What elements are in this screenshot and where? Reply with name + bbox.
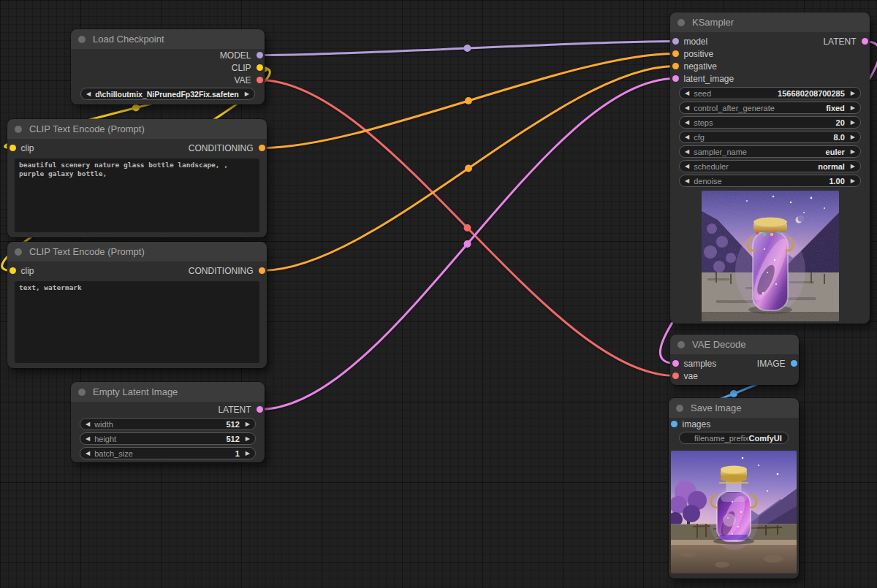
output-port-conditioning[interactable] [259, 145, 265, 151]
input-port-images[interactable] [671, 421, 677, 427]
increment-arrow-icon[interactable]: ▶ [246, 451, 250, 457]
next-arrow-icon[interactable]: ▶ [245, 91, 249, 97]
widget-denoise[interactable]: ◀denoise1.00▶ [679, 175, 861, 187]
widget-label: cfg [694, 133, 705, 142]
node-titlebar[interactable]: Empty Latent Image [71, 382, 265, 402]
node-titlebar[interactable]: Save Image [669, 398, 799, 418]
increment-arrow-icon[interactable]: ▶ [246, 421, 250, 427]
node-vae-decode[interactable]: VAE Decode samples IMAGE vae [670, 335, 799, 385]
input-port-samples[interactable] [672, 360, 679, 367]
ckpt-name-widget[interactable]: ◀ d\chilloutmix_NiPrunedFp32Fix.safetens… [80, 88, 255, 100]
input-label-clip: clip [21, 266, 34, 276]
decrement-arrow-icon[interactable]: ◀ [86, 451, 90, 457]
input-label-images: images [683, 419, 711, 429]
output-label-conditioning: CONDITIONING [189, 143, 254, 153]
prompt-textarea[interactable]: text, watermark [15, 281, 259, 363]
node-titlebar[interactable]: CLIP Text Encode (Prompt) [7, 242, 267, 261]
node-titlebar[interactable]: CLIP Text Encode (Prompt) [7, 119, 267, 139]
widget-value: 1.00 [823, 177, 844, 186]
output-port-clip[interactable] [257, 64, 263, 71]
input-port-clip[interactable] [10, 267, 16, 274]
output-port-image[interactable] [791, 360, 797, 367]
increment-arrow-icon[interactable]: ▶ [851, 120, 855, 126]
decrement-arrow-icon[interactable]: ◀ [685, 134, 689, 140]
widget-height[interactable]: ◀ height 512 ▶ [80, 432, 256, 445]
output-port-conditioning[interactable] [259, 267, 265, 274]
output-label-vae: VAE [234, 75, 251, 85]
widget-value: fixed [820, 104, 845, 112]
widget-cfg[interactable]: ◀cfg8.0▶ [679, 131, 861, 143]
widget-seed[interactable]: ◀seed156680208700285▶ [679, 87, 861, 99]
node-load-checkpoint[interactable]: Load Checkpoint MODEL CLIP VAE ◀ d\chill… [71, 29, 265, 104]
decrement-arrow-icon[interactable]: ◀ [86, 436, 90, 442]
output-label-model: MODEL [220, 50, 251, 61]
widget-scheduler[interactable]: ◀schedulernormal▶ [679, 160, 861, 172]
node-ksampler[interactable]: KSampler model LATENT positive negative … [670, 12, 870, 324]
collapse-dot[interactable] [15, 248, 22, 256]
output-port-model[interactable] [257, 52, 263, 58]
input-label-model: model [684, 37, 708, 47]
input-port-negative[interactable] [672, 63, 679, 69]
link-midpoint-dot-empty-latent [464, 240, 471, 248]
input-label-clip: clip [21, 143, 34, 153]
node-empty-latent-image[interactable]: Empty Latent Image LATENT ◀ width 512 ▶ … [71, 382, 265, 462]
output-port-vae[interactable] [257, 77, 263, 83]
collapse-dot[interactable] [676, 405, 683, 412]
node-titlebar[interactable]: VAE Decode [670, 335, 799, 354]
decrement-arrow-icon[interactable]: ◀ [685, 91, 689, 96]
input-label-samples: samples [684, 359, 717, 369]
node-title: Empty Latent Image [93, 386, 178, 397]
next-arrow-icon[interactable]: ▶ [851, 105, 855, 111]
widget-batch-size[interactable]: ◀ batch_size 1 ▶ [80, 447, 256, 459]
prev-arrow-icon[interactable]: ◀ [685, 105, 689, 111]
collapse-dot[interactable] [78, 389, 86, 396]
input-label-latent-image: latent_image [684, 74, 734, 84]
widget-control-after-generate[interactable]: ◀control_after_generatefixed▶ [679, 102, 861, 114]
node-canvas[interactable]: Load Checkpoint MODEL CLIP VAE ◀ d\chill… [0, 0, 877, 588]
widget-steps[interactable]: ◀steps20▶ [679, 116, 861, 129]
increment-arrow-icon[interactable]: ▶ [851, 178, 855, 184]
output-label-clip: CLIP [232, 63, 251, 73]
link-midpoint-dot-positive-conditioning [465, 97, 472, 104]
widget-label: seed [694, 89, 711, 98]
widget-filename-prefix[interactable]: filename_prefix ComfyUI [679, 432, 789, 444]
output-port-latent[interactable] [257, 406, 263, 413]
increment-arrow-icon[interactable]: ▶ [246, 436, 250, 442]
node-clip-text-encode-positive[interactable]: CLIP Text Encode (Prompt) clip CONDITION… [7, 119, 267, 237]
collapse-dot[interactable] [15, 126, 22, 133]
node-titlebar[interactable]: Load Checkpoint [71, 29, 265, 49]
output-port-latent[interactable] [862, 38, 868, 45]
increment-arrow-icon[interactable]: ▶ [851, 91, 855, 96]
increment-arrow-icon[interactable]: ▶ [851, 134, 855, 140]
input-port-model[interactable] [672, 38, 679, 45]
input-port-positive[interactable] [672, 50, 679, 57]
input-port-latent-image[interactable] [672, 75, 679, 82]
node-title: CLIP Text Encode (Prompt) [29, 246, 145, 257]
node-title: Load Checkpoint [93, 34, 164, 45]
output-label-latent: LATENT [218, 405, 251, 415]
latent-preview-image [702, 191, 839, 321]
widget-label: denoise [694, 177, 722, 186]
output-label-latent: LATENT [823, 37, 856, 47]
prev-arrow-icon[interactable]: ◀ [685, 164, 689, 169]
node-clip-text-encode-negative[interactable]: CLIP Text Encode (Prompt) clip CONDITION… [7, 242, 267, 368]
prompt-textarea[interactable]: beautiful scenery nature glass bottle la… [15, 159, 259, 232]
input-port-clip[interactable] [10, 145, 16, 151]
prev-arrow-icon[interactable]: ◀ [86, 91, 91, 97]
widget-width[interactable]: ◀ width 512 ▶ [80, 418, 256, 430]
collapse-dot[interactable] [677, 341, 685, 348]
input-port-vae[interactable] [672, 373, 679, 379]
collapse-dot[interactable] [78, 36, 86, 43]
widget-sampler-name[interactable]: ◀sampler_nameeuler▶ [679, 145, 861, 158]
node-title: VAE Decode [692, 339, 745, 350]
link-midpoint-dot-vae [464, 224, 471, 232]
next-arrow-icon[interactable]: ▶ [851, 149, 855, 155]
prev-arrow-icon[interactable]: ◀ [685, 149, 689, 155]
next-arrow-icon[interactable]: ▶ [851, 164, 855, 169]
decrement-arrow-icon[interactable]: ◀ [685, 178, 689, 184]
node-save-image[interactable]: Save Image images filename_prefix ComfyU… [669, 398, 799, 579]
decrement-arrow-icon[interactable]: ◀ [685, 120, 689, 126]
collapse-dot[interactable] [677, 19, 685, 26]
node-titlebar[interactable]: KSampler [670, 12, 870, 32]
decrement-arrow-icon[interactable]: ◀ [86, 421, 90, 427]
